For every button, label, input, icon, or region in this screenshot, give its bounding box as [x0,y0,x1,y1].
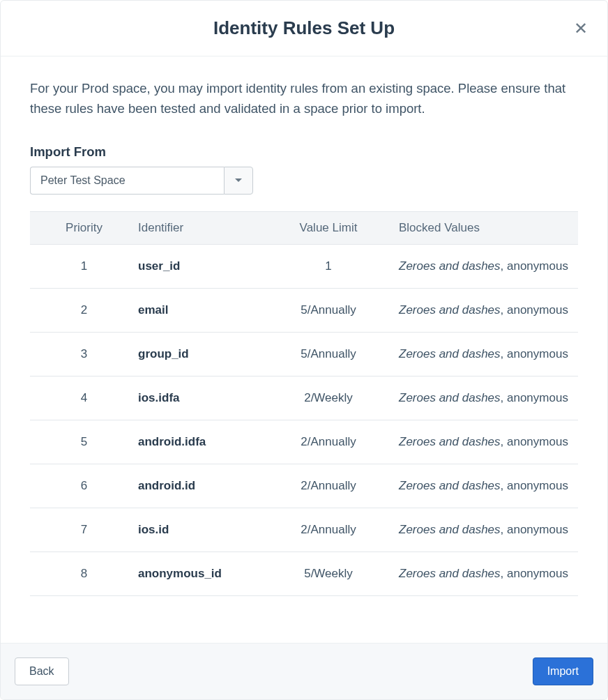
cell-blocked-values: Zeroes and dashes, anonymous [385,464,578,508]
cell-blocked-values: Zeroes and dashes, anonymous [385,244,578,288]
cell-blocked-values: Zeroes and dashes, anonymous [385,420,578,464]
column-identifier: Identifier [138,211,272,244]
import-from-toggle[interactable] [224,167,253,195]
import-from-value[interactable]: Peter Test Space [30,167,224,195]
modal-body: For your Prod space, you may import iden… [1,56,607,643]
table-header: Priority Identifier Value Limit Blocked … [30,211,578,244]
cell-blocked-values: Zeroes and dashes, anonymous [385,332,578,376]
table-row: 8anonymous_id5/WeeklyZeroes and dashes, … [30,551,578,595]
cell-identifier: android.id [138,464,272,508]
blocked-values-rest: , anonymous [501,523,568,536]
cell-identifier: user_id [138,244,272,288]
table-body: 1user_id1Zeroes and dashes, anonymous2em… [30,244,578,595]
import-from-label: Import From [30,144,578,160]
cell-value-limit: 2/Annually [272,508,385,551]
cell-identifier: android.idfa [138,420,272,464]
cell-priority: 2 [30,288,138,332]
cell-blocked-values: Zeroes and dashes, anonymous [385,376,578,420]
cell-blocked-values: Zeroes and dashes, anonymous [385,508,578,551]
cell-identifier: ios.idfa [138,376,272,420]
cell-blocked-values: Zeroes and dashes, anonymous [385,288,578,332]
table-row: 3group_id5/AnnuallyZeroes and dashes, an… [30,332,578,376]
cell-priority: 6 [30,464,138,508]
blocked-values-italic: Zeroes and dashes [399,567,501,580]
cell-priority: 1 [30,244,138,288]
modal-title: Identity Rules Set Up [213,17,395,39]
table-row: 4ios.idfa2/WeeklyZeroes and dashes, anon… [30,376,578,420]
column-priority: Priority [30,211,138,244]
chevron-down-icon [235,178,242,182]
blocked-values-italic: Zeroes and dashes [399,435,501,448]
cell-identifier: ios.id [138,508,272,551]
blocked-values-italic: Zeroes and dashes [399,347,501,360]
blocked-values-rest: , anonymous [501,567,568,580]
cell-identifier: group_id [138,332,272,376]
blocked-values-rest: , anonymous [501,303,568,317]
cell-identifier: anonymous_id [138,551,272,595]
import-from-select[interactable]: Peter Test Space [30,167,578,195]
cell-value-limit: 2/Annually [272,420,385,464]
cell-priority: 5 [30,420,138,464]
table-row: 7ios.id2/AnnuallyZeroes and dashes, anon… [30,508,578,551]
blocked-values-italic: Zeroes and dashes [399,303,501,317]
cell-value-limit: 1 [272,244,385,288]
identity-rules-table: Priority Identifier Value Limit Blocked … [30,211,578,596]
blocked-values-rest: , anonymous [501,259,568,273]
cell-priority: 3 [30,332,138,376]
blocked-values-italic: Zeroes and dashes [399,523,501,536]
table-row: 6android.id2/AnnuallyZeroes and dashes, … [30,464,578,508]
table-row: 5android.idfa2/AnnuallyZeroes and dashes… [30,420,578,464]
back-button[interactable]: Back [15,657,69,685]
cell-value-limit: 5/Annually [272,288,385,332]
close-icon: ✕ [574,19,588,38]
blocked-values-rest: , anonymous [501,391,568,404]
table-row: 1user_id1Zeroes and dashes, anonymous [30,244,578,288]
blocked-values-italic: Zeroes and dashes [399,391,501,404]
table-row: 2email5/AnnuallyZeroes and dashes, anony… [30,288,578,332]
close-button[interactable]: ✕ [571,19,591,38]
identity-rules-modal: Identity Rules Set Up ✕ For your Prod sp… [0,0,608,700]
column-blocked-values: Blocked Values [385,211,578,244]
cell-value-limit: 2/Annually [272,464,385,508]
blocked-values-italic: Zeroes and dashes [399,479,501,492]
cell-value-limit: 5/Annually [272,332,385,376]
import-button[interactable]: Import [533,657,593,685]
blocked-values-rest: , anonymous [501,435,568,448]
cell-value-limit: 2/Weekly [272,376,385,420]
column-value-limit: Value Limit [272,211,385,244]
cell-priority: 4 [30,376,138,420]
blocked-values-rest: , anonymous [501,347,568,360]
modal-description: For your Prod space, you may import iden… [30,79,578,119]
cell-priority: 7 [30,508,138,551]
cell-blocked-values: Zeroes and dashes, anonymous [385,551,578,595]
blocked-values-rest: , anonymous [501,479,568,492]
modal-header: Identity Rules Set Up ✕ [1,1,607,56]
cell-value-limit: 5/Weekly [272,551,385,595]
cell-identifier: email [138,288,272,332]
blocked-values-italic: Zeroes and dashes [399,259,501,273]
modal-footer: Back Import [1,643,607,699]
cell-priority: 8 [30,551,138,595]
